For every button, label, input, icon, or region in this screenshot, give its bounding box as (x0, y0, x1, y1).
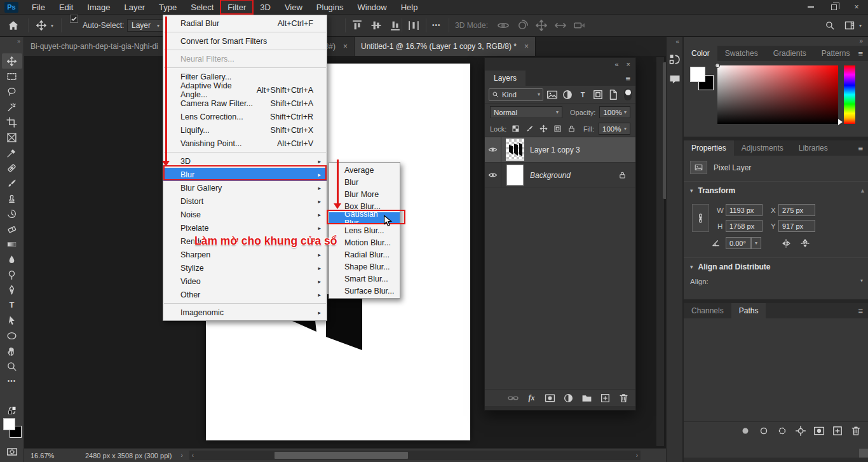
edit-toolbar[interactable]: ••• (2, 374, 22, 389)
close-panel-icon[interactable]: × (627, 60, 630, 68)
eraser-tool[interactable] (2, 221, 22, 236)
filter-menu-item-blur-gallery[interactable]: Blur Gallery▸ (163, 181, 327, 194)
align-middle-icon[interactable] (370, 19, 383, 32)
filter-menu-item-lens-correction[interactable]: Lens Correction...Shift+Ctrl+R (163, 110, 327, 123)
menu-plugins[interactable]: Plugins (309, 0, 351, 14)
menu-edit[interactable]: Edit (52, 0, 80, 14)
circle-filled-icon[interactable] (740, 425, 751, 437)
foreground-color-swatch[interactable] (3, 418, 15, 430)
tab-swatches[interactable]: Swatches (717, 46, 766, 61)
restore-button[interactable] (822, 0, 845, 14)
hue-slider-marker[interactable] (838, 119, 843, 125)
minimize-button[interactable] (799, 0, 822, 14)
color-picker-marker[interactable] (715, 63, 720, 68)
workspace-switcher-icon[interactable] (844, 15, 855, 36)
flip-vertical-icon[interactable] (799, 238, 810, 248)
slide3d-icon[interactable] (554, 19, 567, 32)
filter-menu-item-imagenomic[interactable]: Imagenomic▸ (163, 306, 327, 319)
menu-filter[interactable]: Filter (220, 0, 253, 14)
rotation-angle-field[interactable]: 0.00° (726, 237, 751, 249)
filter-menu-item-distort[interactable]: Distort▸ (163, 194, 327, 208)
menu-file[interactable]: File (25, 0, 52, 14)
rectangular-marquee-tool[interactable] (2, 69, 22, 84)
spot-healing-brush-tool[interactable] (2, 160, 22, 175)
resize-grip[interactable] (859, 449, 868, 458)
scroll-up-icon[interactable]: ▲ (860, 187, 865, 194)
zoom-level-field[interactable]: 16.67% (31, 452, 67, 459)
more-options-button[interactable]: ••• (432, 15, 441, 36)
eyedropper-tool[interactable] (2, 145, 22, 160)
blur-menu-item-blur[interactable]: Blur (329, 176, 400, 188)
panel-menu-icon[interactable]: ≡ (858, 303, 863, 318)
flip-horizontal-icon[interactable] (780, 238, 791, 248)
horizontal-scrollbar-thumb[interactable] (275, 452, 408, 459)
roll3d-icon[interactable] (516, 19, 529, 32)
transform-section-header[interactable]: ▾ Transform (690, 186, 735, 195)
status-expand-icon[interactable]: › (180, 452, 182, 459)
workspace-chevron-icon[interactable]: ▾ (859, 15, 862, 36)
image-icon[interactable] (546, 89, 558, 100)
mask-icon[interactable] (545, 393, 555, 404)
comment-icon[interactable] (668, 73, 681, 86)
height-field[interactable]: 1758 px (726, 220, 763, 232)
page-icon[interactable] (607, 89, 619, 100)
filter-menu-item-stylize[interactable]: Stylize▸ (163, 261, 327, 275)
filter-menu-item-adaptive-wide-angle[interactable]: Adaptive Wide Angle...Alt+Shift+Ctrl+A (163, 83, 327, 97)
angle-dropdown-chevron[interactable]: ▾ (751, 237, 761, 249)
auto-select-target-dropdown[interactable]: Layer▾ (127, 19, 164, 32)
blend-mode-dropdown[interactable]: Normal ▾ (490, 106, 562, 118)
frame-tool[interactable] (2, 130, 22, 145)
adjust-icon[interactable] (562, 89, 573, 100)
align-section-header[interactable]: ▾ Align and Distribute (690, 262, 771, 271)
layer-thumbnail[interactable] (506, 165, 524, 186)
align-bottom-icon[interactable] (389, 19, 402, 32)
circle-outline-icon[interactable] (758, 425, 770, 437)
filter-menu-item-convert-for-smart-filters[interactable]: Convert for Smart Filters (163, 34, 327, 48)
brush-icon[interactable] (525, 124, 534, 133)
search-icon[interactable] (825, 15, 836, 36)
move-icon[interactable] (535, 19, 548, 32)
saturation-brightness-field[interactable] (717, 65, 838, 124)
circle-dashed-icon[interactable] (776, 425, 788, 437)
dodge-tool[interactable] (2, 267, 22, 282)
tab-patterns[interactable]: Patterns (814, 46, 858, 61)
move-icon[interactable] (539, 124, 548, 133)
brush-tool[interactable] (2, 175, 22, 191)
document-tab-active[interactable]: Untitled-1 @ 16.7% (Layer 1 copy 3, RGB/… (355, 37, 536, 56)
x-field[interactable]: 275 px (778, 204, 815, 216)
tab-close-icon[interactable]: × (524, 42, 529, 51)
toolbar-collapse-icon[interactable]: » (0, 37, 24, 46)
collapse-panel-icon[interactable]: « (614, 60, 618, 68)
swap-colors-icon[interactable] (6, 405, 18, 416)
menu-image[interactable]: Image (80, 0, 117, 14)
collapse-panels-icon[interactable]: » (684, 37, 868, 46)
plus-square-icon[interactable] (832, 425, 843, 437)
home-button[interactable] (8, 15, 19, 36)
filter-menu-item-sharpen[interactable]: Sharpen▸ (163, 248, 327, 261)
move-tool[interactable] (2, 53, 22, 69)
path-selection-tool[interactable] (2, 313, 22, 328)
fx-icon[interactable]: fx (526, 393, 537, 404)
type-small-icon[interactable]: T (577, 89, 588, 100)
panel-menu-icon[interactable]: ≡ (858, 46, 863, 61)
layer-row-layer-1-copy-3[interactable]: Layer 1 copy 3 (485, 137, 635, 163)
blur-menu-item-radial-blur[interactable]: Radial Blur... (329, 248, 400, 261)
tab-channels[interactable]: Channels (684, 303, 731, 318)
hue-slider[interactable] (844, 65, 855, 124)
menu-select[interactable]: Select (184, 0, 220, 14)
plus-square-icon[interactable] (600, 393, 611, 404)
blur-menu-item-average[interactable]: Average (329, 164, 400, 176)
scroll-right-icon[interactable]: › (636, 451, 638, 460)
quick-mask-icon[interactable] (6, 446, 18, 458)
filter-kind-dropdown[interactable]: Kind ▾ (489, 88, 543, 101)
layer-thumbnail[interactable] (506, 139, 524, 160)
blur-menu-item-motion-blur[interactable]: Motion Blur... (329, 236, 400, 248)
pen-tool[interactable] (2, 282, 22, 297)
blur-tool[interactable] (2, 252, 22, 267)
horizontal-scrollbar[interactable]: ‹ › (189, 451, 641, 460)
filter-menu-item-liquify[interactable]: Liquify...Shift+Ctrl+X (163, 123, 327, 137)
blur-menu-item-blur-more[interactable]: Blur More (329, 188, 400, 200)
filter-menu-item-camera-raw-filter[interactable]: Camera Raw Filter...Shift+Ctrl+A (163, 97, 327, 110)
lock-icon[interactable] (567, 124, 576, 133)
frame-sq-icon[interactable] (553, 124, 562, 133)
